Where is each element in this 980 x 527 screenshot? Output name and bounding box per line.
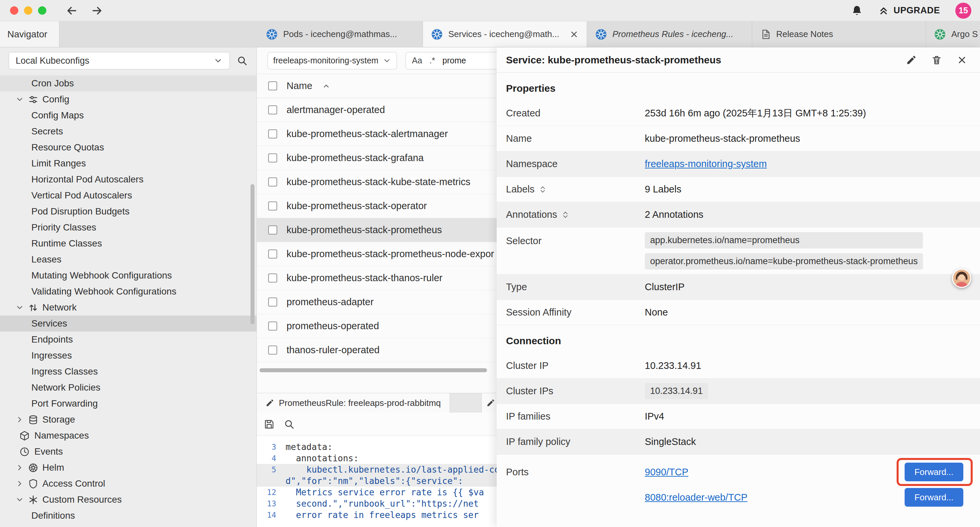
sidebar-item-endpoints[interactable]: Endpoints [0,331,256,347]
save-icon[interactable] [264,419,275,430]
namespace-link[interactable]: freeleaps-monitoring-system [645,158,767,169]
tab-services[interactable]: Services - icecheng@math... [423,21,587,47]
chevron-down-icon[interactable] [15,495,24,504]
sidebar-item-namespaces[interactable]: Namespaces [0,428,256,444]
port-link[interactable]: 9090/TCP [645,466,689,478]
forward-arrow-icon[interactable] [91,5,103,17]
sidebar-scrollbar[interactable] [250,184,255,324]
notifications-bell-icon[interactable] [851,5,863,17]
horizontal-scrollbar-thumb[interactable] [259,368,487,372]
sidebar-item-network-policies[interactable]: Network Policies [0,380,256,396]
sidebar-item-vertical-pod-autoscalers[interactable]: Vertical Pod Autoscalers [0,188,256,204]
sidebar-item-leases[interactable]: Leases [0,252,256,267]
sidebar-item-horizontal-pod-autoscalers[interactable]: Horizontal Pod Autoscalers [0,172,256,188]
row-checkbox[interactable] [268,322,277,331]
table-row[interactable]: alertmanager-operated [257,98,497,122]
code-line: metadata: [286,441,332,453]
row-checkbox[interactable] [268,250,277,258]
sidebar-item-runtime-classes[interactable]: Runtime Classes [0,236,256,252]
minimize-window-button[interactable] [24,6,32,15]
sidebar-item-limit-ranges[interactable]: Limit Ranges [0,155,256,172]
sidebar-search-icon[interactable] [237,55,248,66]
notification-count-badge[interactable]: 15 [955,3,971,19]
kubeconfig-selector[interactable]: Local Kubeconfigs [9,52,230,69]
port-link[interactable]: 8080:reloader-web/TCP [645,492,748,503]
row-checkbox[interactable] [268,129,277,139]
row-checkbox[interactable] [268,153,277,162]
sort-ascending-icon[interactable] [322,82,330,90]
chevron-right-icon[interactable] [15,415,24,424]
sidebar-item-priority-classes[interactable]: Priority Classes [0,220,256,236]
row-checkbox[interactable] [268,226,277,234]
sidebar-item-services[interactable]: Services [0,315,256,331]
edit-icon[interactable] [906,55,916,65]
sidebar-item-definitions[interactable]: Definitions [0,508,256,524]
row-checkbox[interactable] [268,177,277,186]
sidebar-item-helm[interactable]: Helm [0,460,256,476]
sidebar-item-validating-webhook-configurations[interactable]: Validating Webhook Configurations [0,283,256,299]
upgrade-button[interactable]: UPGRADE [878,5,940,16]
yaml-editor[interactable]: 3metadata: 4 annotations: 5 kubectl.kube… [257,436,497,527]
table-row[interactable]: prometheus-operated [257,314,497,338]
chevron-right-icon[interactable] [15,479,24,488]
sidebar-item-config-maps[interactable]: Config Maps [0,107,256,123]
zoom-window-button[interactable] [38,6,46,15]
row-checkbox[interactable] [268,105,277,115]
sidebar-item-storage[interactable]: Storage [0,412,256,428]
sidebar-item-custom-resources[interactable]: Custom Resources [0,492,256,508]
sidebar-item-ingresses[interactable]: Ingresses [0,347,256,363]
table-row[interactable]: kube-prometheus-stack-kube-state-metrics [257,170,497,194]
name-column-header[interactable]: Name [286,80,312,91]
sidebar-item-ingress-classes[interactable]: Ingress Classes [0,363,256,380]
tab-release-notes[interactable]: Release Notes [752,21,926,47]
chevron-right-icon[interactable] [15,463,24,472]
sidebar-item-pod-disruption-budgets[interactable]: Pod Disruption Budgets [0,204,256,220]
sidebar-item-secrets[interactable]: Secrets [0,123,256,139]
tab-prometheus-rules[interactable]: Prometheus Rules - icecheng... [587,21,752,47]
sidebar-item-resource-quotas[interactable]: Resource Quotas [0,139,256,155]
search-icon[interactable] [283,419,295,430]
row-checkbox[interactable] [268,298,277,307]
table-row[interactable]: kube-prometheus-stack-thanos-ruler [257,266,497,290]
select-all-checkbox[interactable] [268,81,277,91]
annotations-expander-icon[interactable] [561,210,570,219]
chevron-down-icon[interactable] [15,303,24,312]
row-checkbox[interactable] [268,274,277,282]
tab-argo[interactable]: Argo S [926,21,980,47]
chevron-down-icon[interactable] [15,95,24,104]
sidebar-item-config[interactable]: Config [0,91,256,107]
table-row[interactable]: kube-prometheus-stack-prometheus-node-ex… [257,242,497,266]
sidebar-item-cron-jobs[interactable]: Cron Jobs [0,75,256,91]
forward-port-button[interactable]: Forward... [905,488,963,507]
labels-expander-icon[interactable] [538,185,547,194]
back-arrow-icon[interactable] [66,5,78,17]
tab-pods[interactable]: Pods - icecheng@mathmas... [258,21,423,47]
table-row[interactable]: thanos-ruler-operated [257,338,497,362]
namespace-filter-select[interactable]: freeleaps-monitoring-system [267,52,397,69]
dock-tab-partial[interactable] [481,393,497,412]
table-row[interactable]: kube-prometheus-stack-grafana [257,146,497,170]
table-row[interactable]: prometheus-adapter [257,290,497,314]
table-row-selected[interactable]: kube-prometheus-stack-prometheus [257,218,497,242]
sidebar-item-mutating-webhook-configurations[interactable]: Mutating Webhook Configurations [0,267,256,283]
row-checkbox[interactable] [268,345,277,355]
row-checkbox[interactable] [268,201,277,210]
user-avatar[interactable] [952,269,971,288]
forward-port-button[interactable]: Forward... [905,463,963,481]
sidebar-item-network[interactable]: Network [0,299,256,315]
regex-toggle[interactable]: .* [430,56,435,65]
sidebar-item-events[interactable]: Events [0,444,256,460]
dock-tab-prometheusrule[interactable]: PrometheusRule: freeleaps-prod-rabbitmq [257,393,450,412]
table-row[interactable]: kube-prometheus-stack-operator [257,194,497,218]
table-row[interactable]: kube-prometheus-stack-alertmanager [257,122,497,146]
match-case-toggle[interactable]: Aa [412,56,422,65]
delete-icon[interactable] [931,55,942,65]
property-row-created: Created 253d 16h 6m ago (2025年1月13日 GMT+… [497,101,980,126]
close-window-button[interactable] [10,6,18,15]
close-tab-icon[interactable] [570,30,579,39]
close-drawer-icon[interactable] [957,55,967,65]
sidebar-item-access-control[interactable]: Access Control [0,476,256,492]
search-input[interactable]: Aa .* prome [406,52,497,69]
sidebar-item-port-forwarding[interactable]: Port Forwarding [0,396,256,412]
property-value: 9 Labels [645,184,681,195]
